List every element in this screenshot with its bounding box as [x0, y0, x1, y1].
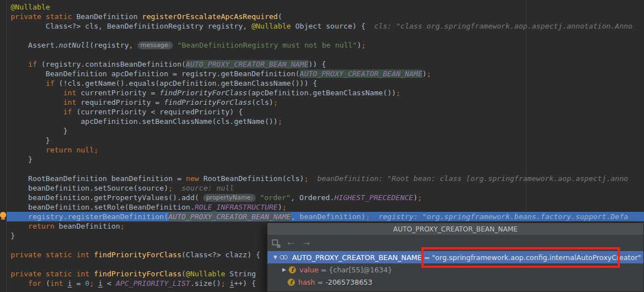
code-token: ROLE_INFRASTRUCTURE: [195, 203, 278, 211]
code-token: [11, 222, 28, 230]
code-line[interactable]: RootBeanDefinition beanDefinition = new …: [7, 174, 644, 183]
code-token: i: [68, 279, 72, 288]
code-token: message:: [138, 41, 173, 49]
code-line[interactable]: Class<?> cls, BeanDefinitionRegistry reg…: [7, 21, 644, 31]
code-line[interactable]: apcDefinition.setBeanClassName(cls.getNa…: [7, 117, 644, 126]
tree-row-hash[interactable]: f hash = -2065738653: [267, 276, 643, 288]
code-token: if: [28, 60, 41, 68]
code-token: (: [278, 12, 282, 21]
filled-square: [277, 244, 280, 248]
field-value: {char[55]@1634}: [329, 266, 392, 274]
variable-name: AUTO_PROXY_CREATOR_BEAN_NAME: [292, 253, 422, 262]
code-token: Class<?> cls, BeanDefinitionRegistry reg…: [11, 22, 251, 30]
code-line[interactable]: }: [7, 155, 644, 164]
code-line[interactable]: int requiredPriority = findPriorityForCl…: [7, 98, 644, 107]
code-token: HIGHEST_PRECEDENCE: [335, 193, 413, 202]
code-line[interactable]: if (!cls.getName().equals(apcDefinition.…: [7, 78, 644, 88]
code-token: source: null: [173, 184, 234, 192]
code-line[interactable]: BeanDefinition apcDefinition = registry.…: [7, 69, 644, 78]
code-token: beanDefinition.setRole(BeanDefinition.: [11, 203, 195, 211]
code-token: if: [46, 79, 59, 87]
code-token: ;: [221, 279, 225, 288]
intention-bulb-icon[interactable]: [0, 212, 6, 218]
code-token: BeanDefinition: [76, 12, 142, 21]
field-icon: f: [289, 266, 296, 274]
code-line[interactable]: }: [7, 126, 644, 136]
code-token: ;: [396, 89, 401, 97]
code-token: ;: [90, 279, 94, 288]
code-line[interactable]: [7, 164, 644, 174]
referring-objects-icon[interactable]: [272, 239, 280, 248]
code-token: Assert.: [11, 41, 59, 49]
code-token: Object source) {: [291, 22, 370, 30]
code-token: beanDefinition: "Root bean: class [org.s…: [308, 174, 628, 183]
field-icon: f: [288, 279, 295, 286]
code-token: ): [357, 41, 361, 49]
code-line[interactable]: private static BeanDefinition registerOr…: [7, 12, 644, 21]
code-token: String: [225, 270, 256, 278]
code-token: [11, 108, 63, 116]
code-token: registry: "org.springframework.beans.fac…: [370, 212, 628, 221]
code-token: RootBeanDefinition beanDefinition =: [11, 174, 186, 183]
code-line[interactable]: int currentPriority = findPriorityForCla…: [7, 88, 644, 98]
code-token: , beanDefinition): [291, 212, 365, 221]
code-token: return null;: [46, 146, 98, 154]
code-token: notNull: [59, 41, 90, 49]
ide-window: @Nullableprivate static BeanDefinition r…: [0, 0, 644, 292]
code-token: ;: [120, 222, 125, 230]
field-name: value: [299, 266, 318, 274]
popup-title: AUTO_PROXY_CREATOR_BEAN_NAME: [267, 223, 643, 235]
code-token: new: [186, 174, 203, 183]
code-token: (registry,: [90, 41, 138, 49]
code-line[interactable]: beanDefinition.getPropertyValues().add( …: [7, 193, 644, 202]
code-token: .size(): [190, 279, 221, 288]
code-token: int: [50, 279, 67, 288]
code-token: return: [28, 222, 59, 230]
code-line[interactable]: }: [7, 136, 644, 145]
code-token: findPriorityForClass: [164, 98, 252, 106]
code-token: , Ordered.: [290, 193, 334, 202]
forward-arrow-icon[interactable]: →: [303, 238, 311, 248]
code-line[interactable]: registry.registerBeanDefinition(AUTO_PRO…: [7, 212, 644, 221]
code-token: currentPriority =: [81, 89, 159, 97]
code-line[interactable]: beanDefinition.setRole(BeanDefinition.RO…: [7, 202, 644, 212]
code-line[interactable]: [7, 50, 644, 59]
code-token: [11, 89, 63, 97]
code-token: @Nullable: [11, 3, 50, 11]
constant-icon: [280, 255, 292, 259]
code-token: [173, 41, 177, 49]
code-line[interactable]: beanDefinition.setSource(source); source…: [7, 183, 644, 193]
code-token: (: [181, 270, 186, 278]
expand-caret-icon[interactable]: ▶: [280, 267, 289, 272]
code-token: cls: "class org.springframework.aop.aspe…: [370, 22, 633, 30]
code-token: ;: [365, 212, 370, 221]
code-line[interactable]: @Nullable: [7, 2, 644, 12]
code-token: beanDefinition.setSource(source): [11, 184, 168, 192]
code-token: APC_PRIORITY_LIST: [116, 279, 190, 288]
code-line[interactable]: if (registry.containsBeanDefinition(AUTO…: [7, 59, 644, 69]
code-token: ;: [427, 69, 431, 78]
code-token: [11, 98, 63, 106]
editor-gutter: [0, 0, 7, 292]
code-token: <: [102, 279, 115, 288]
code-token: [11, 79, 46, 87]
code-token: registry.registerBeanDefinition(: [11, 212, 168, 221]
back-arrow-icon[interactable]: ←: [287, 238, 294, 248]
equals-sign: =: [315, 278, 325, 286]
code-token: ++) {: [234, 279, 256, 288]
collapse-caret-icon[interactable]: ▼: [271, 254, 280, 260]
code-token: }: [11, 231, 15, 240]
code-token: ;: [168, 184, 173, 192]
code-token: [11, 60, 28, 68]
code-line[interactable]: Assert.notNull(registry, message: "BeanD…: [7, 40, 644, 50]
code-line[interactable]: [7, 31, 644, 40]
code-token: propertyName:: [203, 194, 255, 202]
code-token: [11, 279, 28, 288]
field-value: -2065738653: [325, 278, 372, 286]
code-token: beanDefinition.getPropertyValues().add(: [11, 193, 203, 202]
code-line[interactable]: return null;: [7, 145, 644, 155]
code-token: =: [72, 279, 85, 288]
code-token: findPriorityForClass: [94, 251, 182, 259]
field-name: hash: [298, 278, 315, 286]
code-line[interactable]: if (currentPriority < requiredPriority) …: [7, 107, 644, 117]
